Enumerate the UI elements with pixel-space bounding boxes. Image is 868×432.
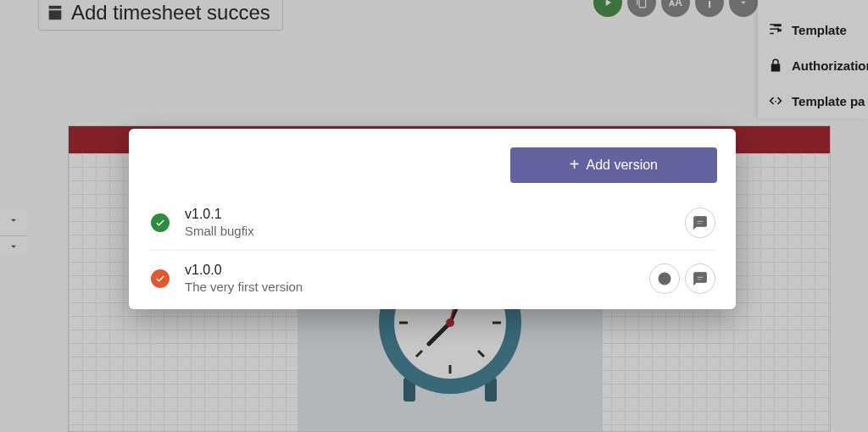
add-version-label: Add version — [587, 158, 659, 173]
version-approve-button[interactable] — [649, 263, 680, 294]
left-rail — [0, 210, 27, 256]
chevron-down-icon — [737, 0, 749, 8]
info-button[interactable]: i — [695, 0, 724, 17]
version-description: The very first version — [185, 280, 303, 294]
status-badge-active — [151, 213, 170, 232]
chevron-down-icon — [8, 241, 19, 252]
version-row[interactable]: v1.0.0 The very first version — [149, 251, 715, 306]
svg-point-18 — [446, 318, 454, 327]
check-icon — [155, 218, 165, 228]
page-title-chip[interactable]: Add timesheet succes — [38, 0, 283, 30]
versions-popover: + Add version v1.0.1 Small bugfix — [129, 129, 736, 309]
copy-icon — [636, 0, 648, 8]
toolbar: ᴀA i — [593, 0, 758, 17]
side-menu-item-template[interactable]: Template — [758, 12, 868, 47]
version-notes-button[interactable] — [685, 208, 715, 238]
run-button[interactable] — [593, 0, 622, 17]
lock-icon — [768, 58, 783, 73]
version-name: v1.0.1 — [185, 207, 254, 222]
approve-icon — [657, 271, 672, 286]
page-title: Add timesheet succes — [71, 1, 270, 25]
version-name: v1.0.0 — [185, 263, 303, 278]
status-badge-pending — [151, 269, 170, 288]
side-menu-item-template-params[interactable]: Template pa — [758, 83, 868, 119]
play-icon — [602, 0, 614, 8]
notes-icon — [693, 215, 708, 230]
version-row-actions — [685, 208, 715, 238]
version-description: Small bugfix — [185, 224, 254, 238]
version-list: v1.0.1 Small bugfix v1.0.0 The very firs… — [129, 195, 736, 306]
version-notes-button[interactable] — [685, 263, 715, 294]
side-menu-label: Authorization — [792, 58, 868, 73]
version-row[interactable]: v1.0.1 Small bugfix — [149, 195, 715, 251]
collapse-panel-1[interactable] — [0, 210, 27, 230]
chevron-down-icon — [8, 214, 19, 226]
form-icon — [46, 3, 64, 22]
info-icon: i — [708, 0, 711, 10]
check-icon — [155, 274, 165, 284]
side-menu: Template Authorization Template pa — [758, 0, 868, 119]
more-button[interactable] — [729, 0, 758, 17]
side-menu-item-authorization[interactable]: Authorization — [758, 47, 868, 83]
code-icon — [768, 93, 783, 108]
side-menu-label: Template pa — [792, 94, 865, 108]
translate-icon: ᴀA — [669, 0, 682, 8]
version-row-actions — [649, 263, 715, 294]
translate-button[interactable]: ᴀA — [661, 0, 690, 17]
copy-button[interactable] — [627, 0, 656, 17]
notes-icon — [693, 271, 708, 286]
side-menu-label: Template — [792, 23, 847, 37]
add-version-button[interactable]: + Add version — [510, 147, 717, 183]
collapse-panel-2[interactable] — [0, 235, 27, 256]
sliders-icon — [768, 22, 783, 37]
